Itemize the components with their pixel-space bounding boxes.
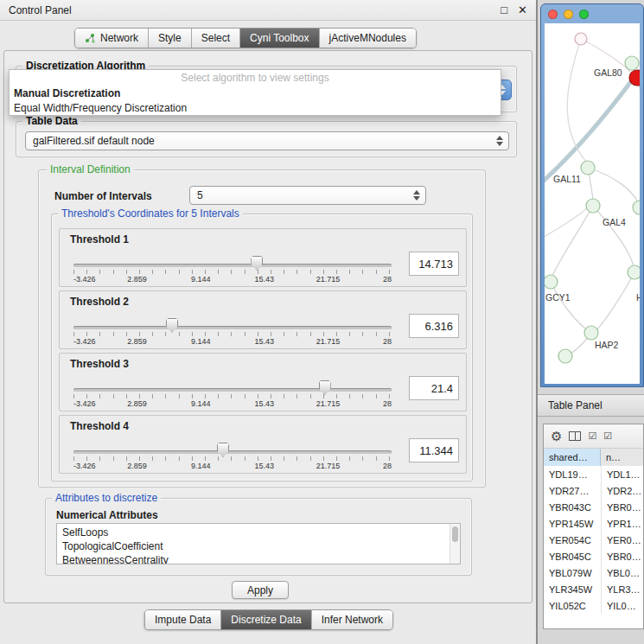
interval-group-title: Interval Definition [47,164,134,175]
cell[interactable]: YER054C [544,532,601,548]
network-node[interactable] [586,199,600,213]
threshold-slider[interactable]: -3.426 2.859 9.144 15.43 21.715 28 [73,379,392,411]
slider-scale: -3.426 2.859 9.144 15.43 21.715 28 [73,275,392,285]
network-node[interactable] [575,33,587,45]
spinner-icon [496,136,503,146]
select-column-checkbox-icon[interactable]: ☑ [603,430,612,442]
tab-label: Style [158,32,182,44]
slider-thumb[interactable] [319,380,331,395]
threshold-slider[interactable]: -3.426 2.859 9.144 15.43 21.715 28 [73,255,392,286]
slider-track[interactable] [73,264,392,267]
scale-label: -3.426 [73,275,96,284]
network-node[interactable] [584,326,598,340]
table-row[interactable]: YLR345WYLR3… [544,581,643,597]
cell[interactable]: YBR0… [601,499,643,515]
cell[interactable]: YBR0… [601,548,643,564]
slider-track[interactable] [73,326,392,329]
thresholds-group-title: Threshold's Coordinates for 5 Intervals [58,208,243,220]
tab-impute-data[interactable]: Impute Data [145,610,221,629]
threshold-value-field[interactable]: 14.713 [409,252,459,276]
slider-track[interactable] [73,450,392,454]
cell[interactable]: YBL0… [601,564,643,581]
table-row[interactable]: YER054CYER0… [544,532,643,548]
close-icon[interactable]: ✕ [518,3,527,16]
tab-network[interactable]: Network [75,29,149,48]
scrollbar-thumb[interactable] [452,526,458,542]
float-icon[interactable]: □ [501,3,507,16]
cell[interactable]: YIL0… [601,597,643,614]
network-node[interactable] [558,349,572,363]
list-item[interactable]: SelfLoops [62,526,448,539]
threshold-value-field[interactable]: 11.344 [409,438,459,462]
cell[interactable]: YBR043C [544,499,601,515]
table-data-value: galFiltered.sif default node [33,135,155,147]
list-item[interactable]: TopologicalCoefficient [62,539,448,553]
node-label: GCY1 [545,292,571,303]
slider-track[interactable] [73,388,392,392]
cell[interactable]: YIL052C [544,597,601,614]
apply-button[interactable]: Apply [232,581,289,599]
column-header-shared-name[interactable]: shared… [544,449,601,466]
network-node[interactable] [581,161,595,175]
attributes-list[interactable]: SelfLoops TopologicalCoefficient Between… [56,523,461,564]
cell[interactable]: YLR345W [544,581,601,597]
table-row[interactable]: YBR043CYBR0… [544,499,643,515]
cell[interactable]: YPR1… [601,515,643,532]
slider-ticks [73,270,392,274]
table-row[interactable]: YPR145WYPR1… [544,515,643,532]
cell[interactable]: YBL079W [544,564,601,581]
columns-icon[interactable] [569,431,581,441]
tab-select[interactable]: Select [192,29,240,48]
table-data-combobox[interactable]: galFiltered.sif default node [25,131,509,150]
column-header-name[interactable]: n… [601,449,643,466]
num-intervals-combobox[interactable]: 5 [189,186,426,205]
network-node[interactable] [625,56,639,70]
list-scrollbar[interactable] [450,524,460,564]
threshold-slider[interactable]: -3.426 2.859 9.144 15.43 21.715 28 [73,442,392,473]
threshold-value-field[interactable]: 21.4 [409,376,459,400]
cell[interactable]: YER0… [601,532,643,548]
gear-icon[interactable]: ⚙ [551,429,562,444]
control-panel: Control Panel □ ✕ Network Style Select C… [0,0,538,644]
threshold-value-field[interactable]: 6.316 [409,314,459,338]
scale-label: 21.715 [316,462,341,470]
network-canvas[interactable]: GAL80 GAL11 GAL4 GCY1 HAP2 H [545,23,640,384]
tab-label: Discretize Data [231,614,301,626]
cell[interactable]: YDR2… [601,482,643,499]
node-label: GAL4 [603,217,626,227]
table-row[interactable]: YBR045CYBR0… [544,548,643,564]
cell[interactable]: YLR3… [601,581,643,597]
slider-thumb[interactable] [217,443,229,457]
select-all-checkbox-icon[interactable]: ☑ [588,430,596,442]
close-traffic-light-icon[interactable] [548,10,558,19]
table-row[interactable]: YBL079WYBL0… [544,564,643,581]
table-row[interactable]: YDL19…YDL1… [544,466,643,482]
threshold-slider[interactable]: -3.426 2.859 9.144 15.43 21.715 28 [73,317,392,348]
slider-thumb[interactable] [251,256,263,271]
tab-jactivemnodules[interactable]: jActiveMNodules [320,29,416,48]
tab-discretize-data[interactable]: Discretize Data [221,610,311,629]
minimize-traffic-light-icon[interactable] [564,10,573,19]
network-node[interactable] [628,265,640,279]
node-label: H [636,292,640,303]
table-row[interactable]: YDR27…YDR2… [544,482,643,499]
cell[interactable]: YDL19… [544,466,601,482]
slider-thumb[interactable] [166,318,178,333]
dropdown-option-equal-width[interactable]: Equal Width/Frequency Discretization [10,100,501,115]
list-item[interactable]: BetweennessCentrality [62,553,448,564]
tab-style[interactable]: Style [149,29,192,48]
cell[interactable]: YDR27… [544,482,601,499]
network-node[interactable] [545,275,558,289]
dropdown-option-manual[interactable]: Manual Discretization [10,86,501,100]
zoom-traffic-light-icon[interactable] [579,10,589,19]
cell[interactable]: YPR145W [544,515,601,532]
threshold-label: Threshold 4 [70,420,129,432]
cell[interactable]: YBR045C [544,548,601,564]
network-node-selected[interactable] [629,70,640,86]
network-node[interactable] [633,201,640,214]
tab-infer-network[interactable]: Infer Network [312,610,392,629]
table-row[interactable]: YIL052CYIL0… [544,597,643,614]
app-window: Control Panel □ ✕ Network Style Select C… [0,0,644,644]
cell[interactable]: YDL1… [601,466,643,482]
tab-cyni-toolbox[interactable]: Cyni Toolbox [240,29,319,48]
